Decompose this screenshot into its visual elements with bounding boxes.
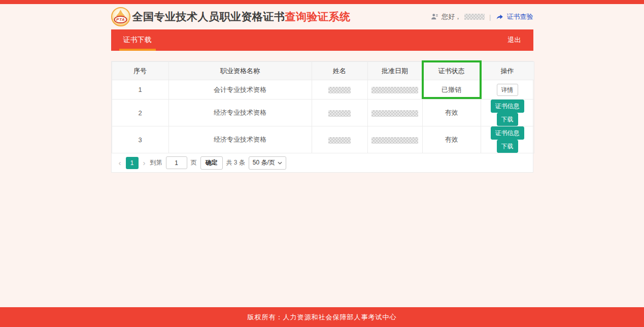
page-size-select[interactable]: 50 条/页 xyxy=(249,156,286,170)
user-name-redacted xyxy=(464,14,485,20)
cell-qualification: 经济专业技术资格 xyxy=(168,126,312,153)
column-header-4: 批准日期 xyxy=(367,62,422,80)
cell-status: 有效 xyxy=(422,126,481,153)
page-size-value: 50 条/页 xyxy=(253,158,275,167)
cell-actions: 详情 xyxy=(481,80,534,100)
cell-actions: 证书信息下载 xyxy=(481,100,534,126)
redacted-name xyxy=(328,110,351,117)
total-count-label: 共 3 条 xyxy=(226,158,245,167)
current-page-button[interactable]: 1 xyxy=(126,157,139,169)
detail-button[interactable]: 详情 xyxy=(497,84,518,96)
cell-seq: 1 xyxy=(112,80,168,100)
page-title-main: 全国专业技术人员职业资格证书 xyxy=(132,11,285,22)
redacted-date xyxy=(371,87,418,93)
divider: | xyxy=(489,13,491,21)
page-title: 全国专业技术人员职业资格证书查询验证系统 xyxy=(132,10,351,24)
nav-bar: 证书下载 退出 xyxy=(111,29,533,51)
cert-info-button[interactable]: 证书信息 xyxy=(491,100,524,113)
certificate-table-card: 序号职业资格名称姓名批准日期证书状态操作 1会计专业技术资格已撤销详情2经济专业… xyxy=(111,61,533,173)
table-row: 2经济专业技术资格有效证书信息下载 xyxy=(112,100,534,126)
redacted-date xyxy=(371,137,418,144)
page-unit-label: 页 xyxy=(191,158,197,167)
certificate-verify-link[interactable]: 证书查验 xyxy=(507,12,533,21)
pta-logo: PTA xyxy=(111,7,130,26)
page-title-accent: 查询验证系统 xyxy=(285,11,351,22)
certificate-table: 序号职业资格名称姓名批准日期证书状态操作 1会计专业技术资格已撤销详情2经济专业… xyxy=(112,61,534,153)
brand: PTA 全国专业技术人员职业资格证书查询验证系统 xyxy=(111,7,351,26)
share-arrow-icon xyxy=(496,13,504,20)
tab-certificate-download[interactable]: 证书下载 xyxy=(119,29,156,51)
redacted-name xyxy=(328,87,351,93)
column-header-2: 职业资格名称 xyxy=(168,62,312,80)
goto-page-label: 到第 xyxy=(150,158,162,167)
table-header-row: 序号职业资格名称姓名批准日期证书状态操作 xyxy=(112,62,534,80)
table-row: 1会计专业技术资格已撤销详情 xyxy=(112,80,534,100)
cell-name xyxy=(312,126,367,153)
page-header: PTA 全国专业技术人员职业资格证书查询验证系统 您好， | 证书查验 xyxy=(111,4,533,29)
cell-seq: 3 xyxy=(112,126,168,153)
pagination-bar: ‹ 1 › 到第 页 确定 共 3 条 50 条/页 xyxy=(112,153,533,172)
column-header-3: 姓名 xyxy=(312,62,367,80)
cell-name xyxy=(312,100,367,126)
footer-bar: 版权所有：人力资源和社会保障部人事考试中心 xyxy=(0,307,644,327)
cell-status: 已撤销 xyxy=(422,80,481,100)
cell-actions: 证书信息下载 xyxy=(481,126,534,153)
page-number-input[interactable] xyxy=(166,156,187,169)
column-header-5: 证书状态 xyxy=(422,62,481,80)
download-button[interactable]: 下载 xyxy=(497,113,518,126)
greeting-text: 您好， xyxy=(442,12,461,21)
prev-page-button[interactable]: ‹ xyxy=(118,159,122,167)
next-page-button[interactable]: › xyxy=(142,159,147,167)
cell-qualification: 经济专业技术资格 xyxy=(168,100,312,126)
logo-pta-text: PTA xyxy=(114,16,127,23)
cell-name xyxy=(312,80,367,100)
user-icon xyxy=(431,13,438,20)
column-header-6: 操作 xyxy=(481,62,534,80)
top-accent-bar xyxy=(0,0,644,4)
cell-seq: 2 xyxy=(112,100,168,126)
logout-button[interactable]: 退出 xyxy=(496,29,533,51)
download-button[interactable]: 下载 xyxy=(497,140,518,153)
copyright-text: 版权所有：人力资源和社会保障部人事考试中心 xyxy=(248,313,397,322)
cert-info-button[interactable]: 证书信息 xyxy=(491,126,524,140)
cell-approval-date xyxy=(367,126,422,153)
redacted-date xyxy=(371,110,418,117)
chevron-down-icon xyxy=(278,161,282,165)
column-header-1: 序号 xyxy=(112,62,168,80)
table-row: 3经济专业技术资格有效证书信息下载 xyxy=(112,126,534,153)
cell-qualification: 会计专业技术资格 xyxy=(168,80,312,100)
cell-approval-date xyxy=(367,100,422,126)
redacted-name xyxy=(328,137,351,144)
user-bar: 您好， | 证书查验 xyxy=(431,12,533,21)
cell-status: 有效 xyxy=(422,100,481,126)
confirm-page-button[interactable]: 确定 xyxy=(200,156,223,170)
cell-approval-date xyxy=(367,80,422,100)
